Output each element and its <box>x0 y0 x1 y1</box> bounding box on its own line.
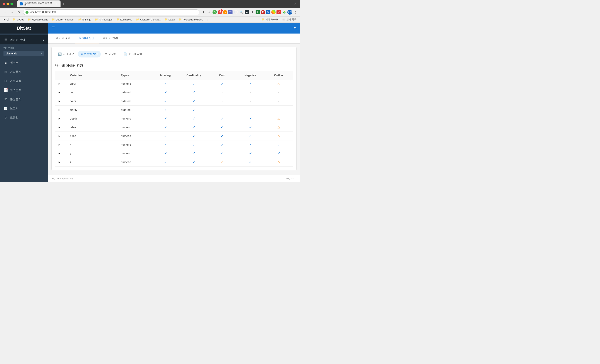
topbar: ☰ ⚙ <box>48 23 300 34</box>
bookmark-mypublications[interactable]: 📁 MyPublications <box>26 18 50 21</box>
bookmark-other[interactable]: 📁 기타 북마크 <box>260 18 280 22</box>
maximize-window-button[interactable] <box>10 3 13 5</box>
ext-close[interactable]: ✕ <box>276 10 281 14</box>
active-tab[interactable]: Statistical Analyzer with R - Bi... × <box>17 0 61 7</box>
repro-label: Reproducible Res... <box>183 18 204 21</box>
back-button[interactable]: ← <box>2 9 7 15</box>
bookmark-reproducible[interactable]: 📁 Reproducible Res... <box>177 18 206 21</box>
sidebar-item-regression[interactable]: 📈 회귀분석 <box>0 85 48 95</box>
ext-dark[interactable]: ■ <box>245 10 249 14</box>
restore-button[interactable]: ⤢ <box>293 2 297 6</box>
check-icon: ✓ <box>221 151 224 155</box>
cell-variable: z <box>66 158 117 167</box>
subtab-report[interactable]: 📄 보고서 작성 <box>120 51 145 57</box>
close-window-button[interactable] <box>3 3 5 5</box>
table-row[interactable]: ▶tablenumeric✓✓✓✓⚠ <box>55 123 293 132</box>
subtab-diag-overview[interactable]: 🔃 진단 개요 <box>55 51 77 57</box>
sidebar-item-anova[interactable]: ⚖ 분산분석 <box>0 95 48 104</box>
sidebar-item-report[interactable]: 📄 보고서 <box>0 104 48 113</box>
tab-data-prep[interactable]: 데이터 준비 <box>51 34 75 43</box>
ext-download[interactable]: ⬇ <box>250 10 255 15</box>
table-row[interactable]: ▶cutordered✓✓--- <box>55 88 293 97</box>
user-profile[interactable]: 총편 <box>287 10 292 15</box>
subtab-diag-variable[interactable]: ≡ 변수별 진단 <box>78 51 101 57</box>
warn-icon: ⚠ <box>277 117 280 120</box>
table-row[interactable]: ▶caratnumeric✓✓✓✓⚠ <box>55 79 293 88</box>
tab-data-transform[interactable]: 데이터 변환 <box>99 34 122 43</box>
bookmark-analytics[interactable]: 📁 Analytics_Compa... <box>134 18 162 21</box>
forward-button[interactable]: → <box>9 9 14 15</box>
table-row[interactable]: ▶znumeric✓✓⚠✓⚠ <box>55 158 293 167</box>
table-row[interactable]: ▶depthnumeric✓✓✓✓⚠ <box>55 114 293 123</box>
new-tab-button[interactable]: + <box>61 1 66 7</box>
cell-outlier: ⚠ <box>264 114 293 123</box>
more-options[interactable]: ⋮ <box>293 10 298 15</box>
ext-orange[interactable]: ▲ <box>223 10 227 14</box>
col-header-types: Types <box>117 71 151 79</box>
row-expand-button[interactable]: ▶ <box>55 158 66 167</box>
row-expand-button[interactable]: ▶ <box>55 88 66 97</box>
row-expand-button[interactable]: ▶ <box>55 123 66 132</box>
row-expand-button[interactable]: ▶ <box>55 149 66 158</box>
row-expand-button[interactable]: ▶ <box>55 106 66 114</box>
row-expand-button[interactable]: ▶ <box>55 79 66 88</box>
bookmark-datas[interactable]: 📁 Datas <box>163 18 177 21</box>
cell-cardinality: ✓ <box>180 106 208 114</box>
subtab-outlier[interactable]: ⚖ 이상치 <box>102 51 120 57</box>
ext-red[interactable]: M2 <box>218 10 222 14</box>
table-row[interactable]: ▶pricenumeric✓✓✓✓⚠ <box>55 132 293 140</box>
extensions-button[interactable]: 🧩 <box>282 10 287 15</box>
row-expand-button[interactable]: ▶ <box>55 114 66 123</box>
ext-word[interactable]: W <box>266 10 270 14</box>
ext-search[interactable]: 🔍 <box>239 10 244 15</box>
tab-data-diag[interactable]: 데이터 진단 <box>75 34 99 43</box>
cell-zero: ✓ <box>208 79 236 88</box>
bookmark-icon[interactable]: ☆ <box>207 10 212 15</box>
ext-red2[interactable]: R <box>261 10 265 14</box>
reload-button[interactable]: ↻ <box>16 9 21 15</box>
bookmark-reading-list[interactable]: 📖 읽기 목록 <box>281 18 298 22</box>
share-icon[interactable]: ⬆ <box>201 10 206 15</box>
outlier-icon: ⚖ <box>105 52 107 56</box>
dataset-select[interactable]: diamonds <box>3 51 44 56</box>
table-row[interactable]: ▶ynumeric✓✓✓✓✓ <box>55 149 293 158</box>
minimize-window-button[interactable] <box>7 3 9 5</box>
sidebar-item-help[interactable]: ? 도움말 <box>0 113 48 122</box>
row-expand-button[interactable]: ▶ <box>55 97 66 106</box>
sidebar-item-data-select[interactable]: ☰ 데이터 선택 ▲ <box>0 35 48 44</box>
ext-info[interactable]: ⓘ <box>233 10 238 15</box>
hamburger-icon[interactable]: ☰ <box>51 26 55 30</box>
toolbar-icons: ⬆ ☆ G M2 ▲ 🛡 ⓘ 🔍 ■ ⬇ X R W ✕ 🧩 총편 ⋮ <box>201 10 298 15</box>
bookmark-apps[interactable]: ⊞ 앱 <box>2 18 10 22</box>
ext-colorful[interactable] <box>271 10 276 14</box>
cell-negative: ✓ <box>236 132 264 140</box>
sidebar-item-descriptive[interactable]: ⊞ 기술통계 <box>0 67 48 76</box>
table-row[interactable]: ▶clarityordered✓✓--- <box>55 106 293 114</box>
row-expand-button[interactable]: ▶ <box>55 140 66 149</box>
table-row[interactable]: ▶colorordered✓✓--- <box>55 97 293 106</box>
settings-icon[interactable]: ⚙ <box>293 26 297 30</box>
subtab-report-label: 보고서 작성 <box>128 52 142 56</box>
bookmark-rpackages[interactable]: 📁 R_Packages <box>93 18 114 21</box>
table-row[interactable]: ▶xnumeric✓✓✓✓✓ <box>55 140 293 149</box>
bookmark-educations[interactable]: 📁 Educations <box>115 18 134 21</box>
check-icon: ✓ <box>164 125 167 129</box>
ext-green[interactable]: G <box>213 10 217 14</box>
bookmark-rblogs[interactable]: 📁 R_Blogs <box>76 18 93 21</box>
cell-variable: depth <box>66 114 117 123</box>
content-area: 🔃 진단 개요 ≡ 변수별 진단 ⚖ 이상치 <box>48 44 300 175</box>
row-expand-button[interactable]: ▶ <box>55 132 66 140</box>
bookmark-mydev[interactable]: 📁 MyDev <box>11 18 26 21</box>
check-icon: ✓ <box>221 117 224 120</box>
sidebar-item-data[interactable]: ≡ 데이터 <box>0 58 48 67</box>
cell-type: numeric <box>117 158 151 167</box>
tab-close-button[interactable]: × <box>55 2 58 5</box>
bookmark-docker[interactable]: 📁 Docker_localhost <box>50 18 76 21</box>
address-bar[interactable]: localhost:3030/BitStat/ <box>23 9 199 15</box>
ext-shield[interactable]: 🛡 <box>228 10 233 14</box>
sidebar-item-label-data: 데이터 <box>10 61 19 65</box>
app-logo: BitStat <box>17 26 31 31</box>
sidebar-item-hypothesis[interactable]: ⊡ 가설검정 <box>0 76 48 85</box>
ext-excel[interactable]: X <box>256 10 260 14</box>
footer-right: bitR, 2021 <box>285 177 296 180</box>
